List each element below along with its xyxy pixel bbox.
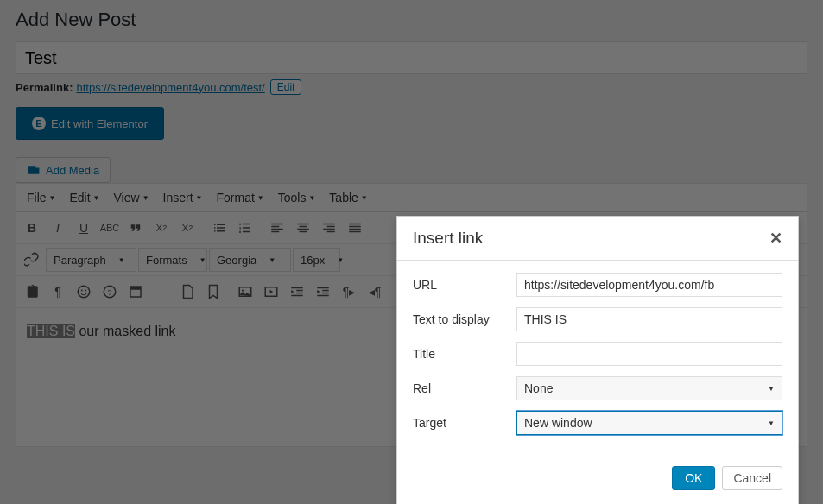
target-label: Target [413,416,516,430]
ok-button[interactable]: OK [672,466,715,490]
chevron-down-icon: ▼ [768,385,775,393]
text-to-display-label: Text to display [413,312,516,326]
cancel-button[interactable]: Cancel [722,466,782,490]
rel-label: Rel [413,381,516,395]
modal-title: Insert link [413,229,483,248]
chevron-down-icon: ▼ [768,419,775,427]
insert-link-modal: Insert link ✕ URL Text to display Title … [396,216,799,504]
rel-select[interactable]: None▼ [516,376,782,400]
url-input[interactable] [516,273,782,297]
url-label: URL [413,278,516,292]
target-select[interactable]: New window▼ [516,411,782,435]
close-icon[interactable]: ✕ [769,229,782,248]
text-to-display-input[interactable] [516,307,782,331]
title-label: Title [413,347,516,361]
title-input[interactable] [516,342,782,366]
